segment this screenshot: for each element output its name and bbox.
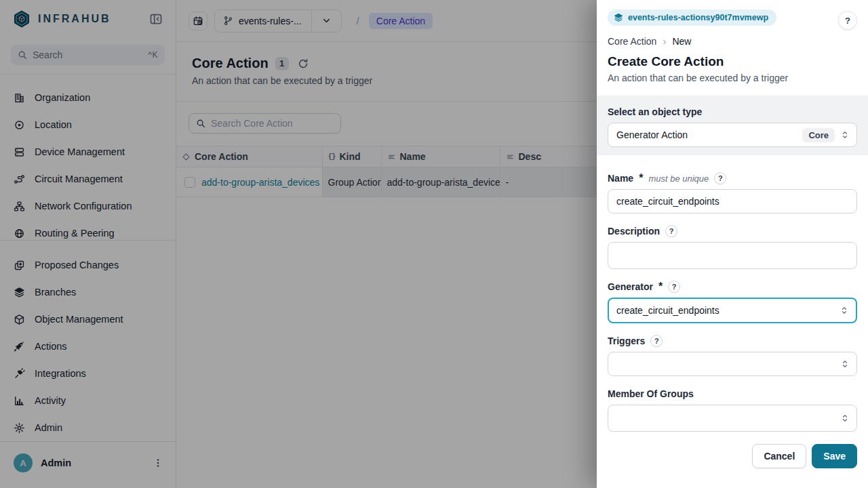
description-input[interactable] xyxy=(608,242,857,269)
field-triggers: Triggers ? xyxy=(608,334,857,376)
chevrons-up-down-icon xyxy=(840,130,850,140)
breadcrumb-chevron: › xyxy=(663,35,666,47)
required-marker: * xyxy=(639,172,643,184)
branch-badge-label: events-rules-actionsy90t7mvmewp xyxy=(628,13,768,22)
drawer-subtitle: An action that can be executed by a trig… xyxy=(608,73,857,83)
chevrons-up-down-icon xyxy=(840,359,850,369)
field-label: Triggers xyxy=(608,336,645,346)
breadcrumb-current: New xyxy=(672,36,691,47)
object-type-select[interactable]: Generator Action Core xyxy=(608,123,857,147)
object-type-value: Generator Action xyxy=(616,129,797,140)
save-button[interactable]: Save xyxy=(812,444,857,468)
drawer-actions: Cancel Save xyxy=(608,444,857,468)
name-input[interactable] xyxy=(608,189,857,214)
create-drawer: events-rules-actionsy90t7mvmewp ? Core A… xyxy=(597,0,868,488)
cancel-button[interactable]: Cancel xyxy=(752,444,806,468)
namespace-chip: Core xyxy=(802,128,835,142)
triggers-select[interactable] xyxy=(608,352,857,376)
generator-value: create_circuit_endpoints xyxy=(616,305,834,316)
drawer-header: events-rules-actionsy90t7mvmewp ? Core A… xyxy=(597,0,868,96)
field-member-of-groups: Member Of Groups xyxy=(608,387,857,432)
generator-select[interactable]: create_circuit_endpoints xyxy=(608,298,857,323)
required-marker: * xyxy=(658,281,663,293)
object-type-section: Select an object type Generator Action C… xyxy=(597,96,868,155)
breadcrumb-parent[interactable]: Core Action xyxy=(608,36,656,47)
field-help-button[interactable]: ? xyxy=(668,281,680,293)
drawer-form: Name * must be unique ? Description ? Ge… xyxy=(597,155,868,488)
field-label: Generator xyxy=(608,281,653,292)
field-hint: must be unique xyxy=(648,174,709,184)
field-help-button[interactable]: ? xyxy=(650,335,663,347)
drawer-title: Create Core Action xyxy=(608,54,857,69)
field-name: Name * must be unique ? xyxy=(608,171,857,214)
field-help-button[interactable]: ? xyxy=(714,172,726,184)
layers-icon xyxy=(614,13,623,22)
chevrons-up-down-icon xyxy=(840,306,849,315)
field-label: Name xyxy=(608,173,633,184)
member-of-groups-select[interactable] xyxy=(608,405,857,432)
field-generator: Generator * ? create_circuit_endpoints xyxy=(608,280,857,323)
field-description: Description ? xyxy=(608,224,857,269)
field-label: Member Of Groups xyxy=(608,388,694,399)
branch-badge[interactable]: events-rules-actionsy90t7mvmewp xyxy=(608,9,776,26)
chevrons-up-down-icon xyxy=(840,413,850,423)
drawer-breadcrumb: Core Action › New xyxy=(608,35,857,47)
help-button[interactable]: ? xyxy=(838,11,857,30)
object-type-label: Select an object type xyxy=(608,106,857,117)
field-help-button[interactable]: ? xyxy=(665,225,677,237)
field-label: Description xyxy=(608,226,660,237)
